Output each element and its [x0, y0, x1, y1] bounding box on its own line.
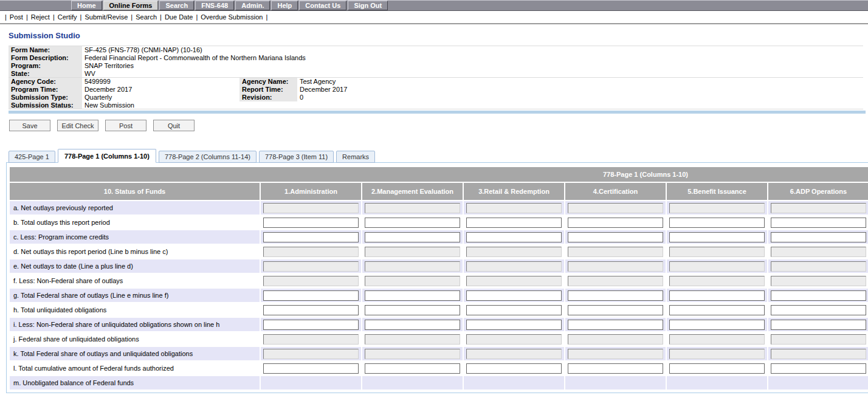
subnav-separator: |	[160, 13, 162, 21]
input-g-6-adp-operations[interactable]	[771, 290, 866, 301]
input-h-2-management-evaluation[interactable]	[365, 305, 460, 315]
subnav-separator: |	[80, 13, 82, 21]
input-c-2-management-evaluation[interactable]	[365, 232, 460, 242]
input-h-1-administration[interactable]	[263, 305, 359, 315]
input-g-5-benefit-issuance[interactable]	[669, 290, 765, 301]
form-panel: 778-Page 1 (Columns 1-10)10. Status of F…	[6, 162, 868, 393]
input-b-1-administration[interactable]	[263, 218, 359, 228]
info-label-state: State:	[9, 70, 82, 78]
tab-remarks[interactable]: Remarks	[336, 151, 375, 163]
input-c-4-certification[interactable]	[568, 232, 663, 242]
column-header-status-of-funds: 10. Status of Funds	[10, 183, 260, 200]
nav-item-admin[interactable]: Admin.	[235, 1, 270, 10]
row-label-l: l. Total cumulative amount of Federal fu…	[10, 362, 260, 375]
tab-425-page-1[interactable]: 425-Page 1	[9, 151, 55, 163]
cell-d-6	[768, 245, 868, 258]
info-value-agency-code: 5499999	[82, 78, 239, 86]
input-l-2-management-evaluation[interactable]	[365, 363, 460, 374]
input-c-1-administration[interactable]	[263, 232, 359, 242]
input-g-2-management-evaluation[interactable]	[365, 290, 460, 301]
tab-778-page-1-columns-1-10[interactable]: 778-Page 1 (Columns 1-10)	[58, 149, 156, 163]
nav-item-contact-us[interactable]: Contact Us	[299, 1, 346, 10]
nav-item-sign-out[interactable]: Sign Out	[348, 1, 388, 10]
subnav-post[interactable]: Post	[10, 13, 23, 21]
input-b-5-benefit-issuance[interactable]	[669, 218, 765, 228]
input-g-4-certification[interactable]	[568, 290, 663, 301]
cell-b-4	[565, 216, 666, 229]
info-label-program: Program:	[9, 62, 82, 70]
input-h-3-retail-redemption[interactable]	[466, 305, 562, 315]
input-g-3-retail-redemption[interactable]	[466, 290, 562, 301]
input-b-2-management-evaluation[interactable]	[365, 218, 460, 228]
input-e-3-retail-redemption	[466, 261, 562, 272]
tab-778-page-3-item-11[interactable]: 778-Page 3 (Item 11)	[259, 151, 334, 163]
input-b-4-certification[interactable]	[568, 218, 663, 228]
input-i-3-retail-redemption[interactable]	[466, 320, 562, 330]
cell-e-4	[565, 259, 666, 273]
info-label-submission-status: Submission Status:	[9, 101, 82, 109]
input-f-4-certification	[568, 276, 663, 286]
input-g-1-administration[interactable]	[263, 290, 359, 301]
cell-a-4	[565, 201, 666, 214]
cell-m-2	[362, 376, 463, 389]
info-label-program-time: Program Time:	[9, 86, 82, 94]
input-k-2-management-evaluation	[365, 349, 460, 359]
table-row: c. Less: Program income credits	[10, 230, 868, 244]
cell-a-3	[464, 201, 564, 214]
input-a-5-benefit-issuance	[669, 203, 765, 213]
input-d-6-adp-operations	[771, 247, 866, 257]
row-label-d: d. Net outlays this report period (Line …	[10, 245, 260, 258]
nav-item-search[interactable]: Search	[159, 1, 194, 10]
input-i-6-adp-operations[interactable]	[771, 320, 866, 330]
post-button[interactable]: Post	[105, 120, 146, 131]
input-h-4-certification[interactable]	[568, 305, 663, 315]
subnav-certify[interactable]: Certify	[58, 13, 77, 21]
input-c-6-adp-operations[interactable]	[771, 232, 866, 242]
input-h-6-adp-operations[interactable]	[771, 305, 866, 315]
nav-item-help[interactable]: Help	[271, 1, 298, 10]
input-b-6-adp-operations[interactable]	[771, 218, 866, 228]
input-e-5-benefit-issuance	[669, 261, 765, 272]
grid-body: 778-Page 1 (Columns 1-10)10. Status of F…	[10, 167, 868, 389]
input-i-1-administration[interactable]	[263, 320, 359, 330]
nav-item-home[interactable]: Home	[71, 1, 102, 10]
save-button[interactable]: Save	[9, 120, 50, 131]
edit-check-button[interactable]: Edit Check	[57, 120, 98, 131]
table-row: g. Total Federal share of outlays (Line …	[10, 289, 868, 302]
input-l-4-certification[interactable]	[568, 363, 663, 374]
cell-e-5	[667, 259, 767, 273]
nav-item-fns-648[interactable]: FNS-648	[195, 1, 234, 10]
input-c-3-retail-redemption[interactable]	[466, 232, 562, 242]
row-label-a: a. Net outlays previously reported	[10, 201, 260, 214]
input-d-1-administration	[263, 247, 359, 257]
input-i-5-benefit-issuance[interactable]	[669, 320, 765, 330]
input-i-4-certification[interactable]	[568, 320, 663, 330]
input-k-4-certification	[568, 349, 663, 359]
input-i-2-management-evaluation[interactable]	[365, 320, 460, 330]
subnav-overdue-submission[interactable]: Overdue Submission	[201, 13, 263, 21]
subnav-reject[interactable]: Reject	[31, 13, 50, 21]
nav-item-online-forms[interactable]: Online Forms	[103, 1, 159, 10]
subnav-separator: |	[131, 13, 133, 21]
table-row: l. Total cumulative amount of Federal fu…	[10, 362, 868, 375]
cell-c-3	[464, 230, 564, 244]
input-l-5-benefit-issuance[interactable]	[669, 363, 765, 374]
tab-778-page-2-columns-11-14[interactable]: 778-Page 2 (Columns 11-14)	[159, 151, 257, 163]
input-b-3-retail-redemption[interactable]	[466, 218, 562, 228]
input-d-4-certification	[568, 247, 663, 257]
input-l-6-adp-operations[interactable]	[771, 363, 866, 374]
table-row: a. Net outlays previously reported	[10, 201, 868, 214]
subnav-separator: |	[266, 13, 267, 21]
cell-b-1	[261, 216, 361, 229]
input-l-1-administration[interactable]	[263, 363, 359, 374]
input-c-5-benefit-issuance[interactable]	[669, 232, 765, 242]
input-h-5-benefit-issuance[interactable]	[669, 305, 765, 315]
subnav-due-date[interactable]: Due Date	[165, 13, 193, 21]
cell-i-6	[768, 318, 868, 331]
cell-c-2	[362, 230, 463, 244]
subnav-submit-revise[interactable]: Submit/Revise	[84, 13, 128, 21]
subnav-search[interactable]: Search	[136, 13, 157, 21]
quit-button[interactable]: Quit	[153, 120, 195, 131]
input-l-3-retail-redemption[interactable]	[466, 363, 562, 374]
column-header-6-adp-operations: 6.ADP Operations	[768, 183, 868, 200]
